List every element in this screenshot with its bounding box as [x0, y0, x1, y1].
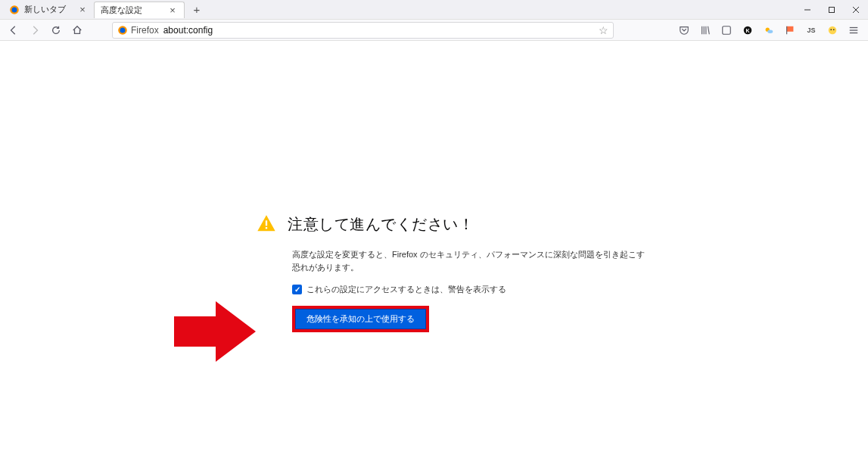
url-bar[interactable]: Firefox about:config ☆ — [112, 22, 614, 39]
svg-rect-21 — [266, 220, 267, 226]
svg-point-15 — [829, 26, 837, 34]
nav-toolbar: Firefox about:config ☆ K JS — [0, 20, 868, 41]
toolbar-extensions: K JS — [677, 23, 863, 37]
config-warning: 注意して進んでください！ 高度な設定を変更すると、Firefox のセキュリティ… — [256, 213, 649, 332]
annotation-arrow — [174, 301, 256, 362]
close-tab-icon[interactable]: × — [77, 5, 88, 14]
minimize-button[interactable] — [795, 0, 820, 20]
svg-point-16 — [830, 29, 832, 30]
tab-new-tab[interactable]: 新しいタブ × — [3, 2, 94, 18]
svg-point-17 — [833, 29, 835, 30]
url-text: about:config — [163, 25, 594, 36]
flag-icon[interactable] — [783, 23, 797, 37]
firefox-icon — [117, 25, 128, 36]
identity-label: Firefox — [131, 25, 159, 36]
checkbox-label: これらの設定にアクセスするときは、警告を表示する — [306, 284, 506, 295]
tab-label: 高度な設定 — [101, 5, 163, 16]
tab-label: 新しいタブ — [24, 4, 73, 15]
warning-description: 高度な設定を変更すると、Firefox のセキュリティ、パフォーマンスに深刻な問… — [292, 248, 649, 273]
maximize-button[interactable] — [820, 0, 844, 20]
extension-icon[interactable] — [826, 23, 839, 37]
show-warning-checkbox-row[interactable]: ✓ これらの設定にアクセスするときは、警告を表示する — [292, 284, 649, 295]
window-controls — [795, 0, 868, 20]
svg-point-12 — [767, 30, 773, 33]
svg-rect-13 — [787, 26, 794, 31]
checkbox-checked-icon[interactable]: ✓ — [292, 285, 302, 294]
svg-rect-8 — [723, 26, 731, 34]
weather-icon[interactable] — [762, 23, 776, 37]
pocket-icon[interactable] — [677, 23, 691, 37]
menu-icon[interactable] — [847, 23, 860, 37]
adblock-icon[interactable]: K — [741, 23, 754, 37]
annotation-highlight: 危険性を承知の上で使用する — [292, 306, 429, 332]
library-icon[interactable] — [698, 23, 712, 37]
reload-button[interactable] — [47, 21, 65, 39]
identity-box[interactable]: Firefox — [117, 25, 159, 36]
new-tab-button[interactable]: + — [188, 2, 206, 18]
close-tab-icon[interactable]: × — [167, 5, 178, 15]
svg-text:K: K — [745, 27, 749, 33]
svg-point-1 — [12, 7, 17, 12]
svg-rect-3 — [829, 8, 835, 13]
forward-button[interactable] — [26, 21, 44, 39]
firefox-favicon — [9, 5, 20, 15]
warning-title: 注意して進んでください！ — [288, 214, 474, 235]
page-content: 注意して進んでください！ 高度な設定を変更すると、Firefox のセキュリティ… — [0, 41, 868, 470]
close-window-button[interactable] — [844, 0, 868, 20]
svg-point-7 — [120, 27, 126, 33]
warning-triangle-icon — [256, 213, 277, 235]
accept-risk-button[interactable]: 危険性を承知の上で使用する — [295, 309, 426, 329]
back-button[interactable] — [5, 21, 23, 39]
container-icon[interactable] — [720, 23, 733, 37]
js-icon[interactable]: JS — [804, 23, 818, 37]
tab-advanced-settings[interactable]: 高度な設定 × — [94, 2, 185, 18]
svg-rect-22 — [266, 227, 267, 229]
home-button[interactable] — [68, 21, 86, 39]
tab-strip: 新しいタブ × 高度な設定 × + — [0, 0, 868, 20]
bookmark-star-icon[interactable]: ☆ — [599, 24, 608, 36]
